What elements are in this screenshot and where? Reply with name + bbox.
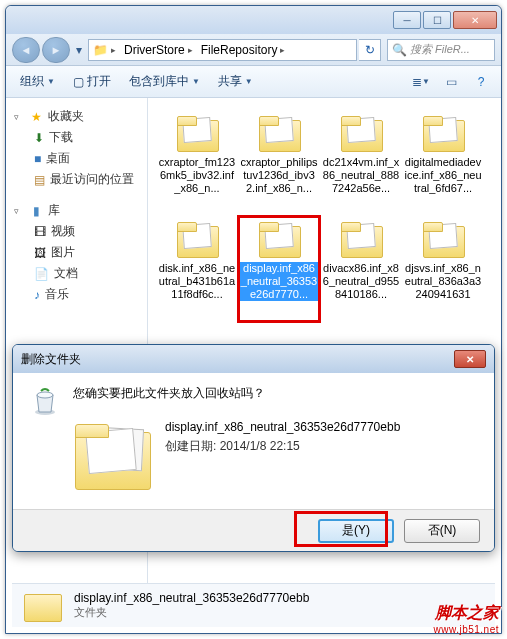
dialog-question: 您确实要把此文件夹放入回收站吗？ (73, 385, 478, 402)
sidebar-item-pictures[interactable]: 🖼图片 (6, 242, 147, 263)
document-icon: 📄 (34, 267, 49, 281)
folder-item[interactable]: cxraptor_philipstuv1236d_ibv32.inf_x86_n… (238, 110, 320, 216)
titlebar: ─ ☐ ✕ (6, 6, 501, 34)
folder-icon (173, 114, 221, 154)
close-button[interactable]: ✕ (453, 11, 497, 29)
back-button[interactable]: ◄ (12, 37, 40, 63)
minimize-button[interactable]: ─ (393, 11, 421, 29)
no-button[interactable]: 否(N) (404, 519, 480, 543)
dialog-footer: 是(Y) 否(N) (13, 509, 494, 551)
selected-type: 文件夹 (74, 605, 309, 620)
folder-item[interactable]: djsvs.inf_x86_neutral_836a3a3240941631 (402, 216, 484, 322)
dialog-filename: display.inf_x86_neutral_36353e26d7770ebb (165, 420, 400, 434)
folder-item[interactable]: divacx86.inf_x86_neutral_d9558410186... (320, 216, 402, 322)
folder-icon (255, 220, 303, 260)
folder-label: display.inf_x86_neutral_36353e26d7770... (240, 262, 318, 301)
open-button[interactable]: ▢打开 (67, 70, 117, 93)
help-button[interactable]: ? (469, 71, 493, 93)
breadcrumb-seg[interactable]: DriverStore (124, 43, 185, 57)
folder-label: cxraptor_fm1236mk5_ibv32.inf_x86_n... (158, 156, 236, 195)
dialog-close-button[interactable]: ✕ (454, 350, 486, 368)
folder-icon (22, 588, 64, 624)
breadcrumb-seg[interactable]: FileRepository (201, 43, 278, 57)
folder-label: digitalmediadevice.inf_x86_neutral_6fd67… (404, 156, 482, 195)
dialog-title: 删除文件夹 (21, 351, 81, 368)
folder-item[interactable]: cxraptor_fm1236mk5_ibv32.inf_x86_n... (156, 110, 238, 216)
address-bar: ◄ ► ▾ 📁▸ DriverStore▸ FileRepository▸ ↻ … (6, 34, 501, 66)
view-options-button[interactable]: ≣▼ (409, 71, 433, 93)
folder-label: divacx86.inf_x86_neutral_d9558410186... (322, 262, 400, 301)
folder-icon (173, 220, 221, 260)
details-pane: display.inf_x86_neutral_36353e26d7770ebb… (12, 583, 495, 627)
folder-item[interactable]: dc21x4vm.inf_x86_neutral_8887242a56e... (320, 110, 402, 216)
sidebar-item-recent[interactable]: ▤最近访问的位置 (6, 169, 147, 190)
sidebar-item-videos[interactable]: 🎞视频 (6, 221, 147, 242)
folder-preview-icon (73, 420, 153, 490)
folder-icon (337, 114, 385, 154)
recent-icon: ▤ (34, 173, 45, 187)
picture-icon: 🖼 (34, 246, 46, 260)
open-icon: ▢ (73, 75, 84, 89)
dialog-titlebar: 删除文件夹 ✕ (13, 345, 494, 373)
folder-icon (419, 220, 467, 260)
search-placeholder: 搜索 FileR... (410, 42, 470, 57)
search-box[interactable]: 🔍 搜索 FileR... (387, 39, 495, 61)
search-icon: 🔍 (392, 43, 407, 57)
folder-label: disk.inf_x86_neutral_b431b61a11f8df6c... (158, 262, 236, 301)
nav-history-dropdown[interactable]: ▾ (72, 37, 86, 63)
download-icon: ⬇ (34, 131, 44, 145)
sidebar-item-downloads[interactable]: ⬇下载 (6, 127, 147, 148)
sidebar-item-documents[interactable]: 📄文档 (6, 263, 147, 284)
folder-item[interactable]: digitalmediadevice.inf_x86_neutral_6fd67… (402, 110, 484, 216)
sidebar-item-desktop[interactable]: ■桌面 (6, 148, 147, 169)
folder-icon (419, 114, 467, 154)
preview-pane-button[interactable]: ▭ (439, 71, 463, 93)
forward-button[interactable]: ► (42, 37, 70, 63)
delete-confirm-dialog: 删除文件夹 ✕ 您确实要把此文件夹放入回收站吗？ display.inf_x86… (12, 344, 495, 552)
star-icon: ★ (28, 109, 44, 125)
folder-label: djsvs.inf_x86_neutral_836a3a3240941631 (404, 262, 482, 301)
folder-icon: 📁 (93, 43, 108, 57)
desktop-icon: ■ (34, 152, 41, 166)
folder-item[interactable]: disk.inf_x86_neutral_b431b61a11f8df6c... (156, 216, 238, 322)
share-menu[interactable]: 共享▼ (212, 70, 259, 93)
library-icon: ▮ (28, 203, 44, 219)
watermark: 脚本之家 www.jb51.net (434, 603, 499, 635)
favorites-header[interactable]: ▿★收藏夹 (6, 106, 147, 127)
folder-label: cxraptor_philipstuv1236d_ibv32.inf_x86_n… (240, 156, 318, 195)
recycle-bin-icon (29, 385, 61, 417)
organize-menu[interactable]: 组织▼ (14, 70, 61, 93)
video-icon: 🎞 (34, 225, 46, 239)
yes-button[interactable]: 是(Y) (318, 519, 394, 543)
include-menu[interactable]: 包含到库中▼ (123, 70, 206, 93)
sidebar-item-music[interactable]: ♪音乐 (6, 284, 147, 305)
maximize-button[interactable]: ☐ (423, 11, 451, 29)
folder-icon (337, 220, 385, 260)
folder-icon (255, 114, 303, 154)
refresh-button[interactable]: ↻ (359, 39, 381, 61)
address-box[interactable]: 📁▸ DriverStore▸ FileRepository▸ (88, 39, 357, 61)
folder-item[interactable]: display.inf_x86_neutral_36353e26d7770... (238, 216, 320, 322)
libraries-header[interactable]: ▿▮库 (6, 200, 147, 221)
svg-point-1 (37, 392, 53, 398)
music-icon: ♪ (34, 288, 40, 302)
toolbar: 组织▼ ▢打开 包含到库中▼ 共享▼ ≣▼ ▭ ? (6, 66, 501, 98)
folder-label: dc21x4vm.inf_x86_neutral_8887242a56e... (322, 156, 400, 195)
selected-name: display.inf_x86_neutral_36353e26d7770ebb (74, 591, 309, 605)
dialog-date: 创建日期: 2014/1/8 22:15 (165, 438, 400, 455)
